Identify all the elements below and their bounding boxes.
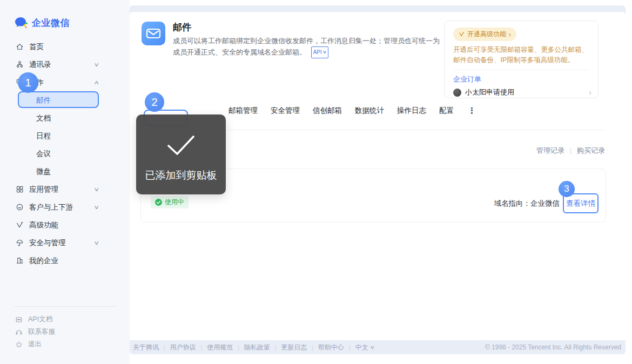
wecom-bubble-icon bbox=[14, 16, 28, 29]
sidebar-item-label: 会议 bbox=[36, 149, 51, 159]
footer-link-help-center[interactable]: 帮助中心 bbox=[318, 343, 344, 352]
sidebar-item-my-company[interactable]: 我的企业 bbox=[0, 252, 130, 269]
power-icon bbox=[15, 340, 23, 348]
sidebar-item-label: 通讯录 bbox=[29, 60, 51, 70]
tab-xinchuang-mailbox[interactable]: 信创邮箱 bbox=[313, 106, 342, 116]
sidebar-item-api-docs[interactable]: API文档 bbox=[0, 313, 130, 326]
api-doc-icon bbox=[15, 315, 23, 323]
sidebar-item-contact-support[interactable]: 联系客服 bbox=[0, 326, 130, 338]
tab-operation-log[interactable]: 操作日志 bbox=[397, 106, 426, 116]
chevron-down-icon: ∨ bbox=[93, 186, 99, 192]
toast-message: 已添加到剪贴板 bbox=[136, 168, 226, 183]
page-description-text: 成员可以将工作邮箱绑定到企业微信收发邮件，工作消息归集一处；管理员也可统一为成员… bbox=[173, 37, 440, 56]
annotation-step-1-badge: 1 bbox=[18, 72, 38, 93]
tab-data-statistics[interactable]: 数据统计 bbox=[355, 106, 384, 116]
utility-item-label: 联系客服 bbox=[28, 327, 55, 336]
api-badge[interactable]: API ∨ bbox=[311, 46, 328, 58]
wecom-admin-screen: 企业微信 首页 通讯录 ∨ 协作 ∧ bbox=[0, 0, 632, 364]
footer-link-privacy-policy[interactable]: 隐私政策 bbox=[244, 343, 270, 352]
upgrade-premium-button[interactable]: 开通高级功能 › bbox=[453, 28, 516, 41]
building-icon bbox=[15, 257, 24, 265]
sidebar-item-label: 邮件 bbox=[36, 96, 51, 105]
annotation-step-2-badge: 2 bbox=[145, 92, 164, 112]
footer-links: 关于腾讯 | 用户协议 | 使用规范 | 隐私政策 | 更新日志 | 帮助中心 … bbox=[133, 343, 374, 352]
sidebar-item-drive[interactable]: 微盘 bbox=[0, 163, 130, 180]
sidebar-item-calendar[interactable]: 日程 bbox=[0, 127, 130, 145]
premium-v-icon bbox=[15, 221, 24, 230]
more-tabs-icon[interactable]: ⋮ bbox=[468, 106, 476, 116]
link-separator: | bbox=[570, 147, 572, 154]
sidebar-item-premium-features[interactable]: 高级功能 bbox=[0, 216, 130, 234]
chat-bubble-icon bbox=[15, 203, 24, 212]
sidebar-item-label: 日程 bbox=[36, 131, 51, 141]
utility-item-label: 退出 bbox=[28, 340, 42, 349]
language-label: 中文 bbox=[355, 343, 368, 352]
sidebar: 企业微信 首页 通讯录 ∨ 协作 ∧ bbox=[0, 0, 130, 364]
premium-description: 开通后可享受无限邮箱容量、更多公共邮箱、邮件自动备份、IP限制等多项高级功能。 bbox=[453, 45, 591, 65]
sidebar-item-label: 客户与上下游 bbox=[29, 203, 73, 212]
company-orders-link[interactable]: 企业订单 bbox=[453, 75, 481, 84]
order-request-row[interactable]: 小太阳申请使用 › bbox=[453, 87, 591, 98]
copyright-text: © 1998 - 2025 Tencent Inc. All Rights Re… bbox=[485, 343, 621, 351]
org-chart-icon bbox=[15, 60, 24, 69]
status-badge: 使用中 bbox=[151, 196, 189, 208]
umbrella-icon bbox=[15, 239, 24, 247]
main-panel: 邮件 成员可以将工作邮箱绑定到企业微信收发邮件，工作消息归集一处；管理员也可统一… bbox=[130, 12, 626, 340]
sidebar-divider bbox=[14, 306, 116, 307]
footer-link-about[interactable]: 关于腾讯 bbox=[133, 343, 159, 352]
management-records-link[interactable]: 管理记录 bbox=[536, 146, 564, 156]
purchase-records-link[interactable]: 购买记录 bbox=[577, 146, 605, 156]
grid-icon bbox=[15, 185, 24, 194]
sidebar-item-logout[interactable]: 退出 bbox=[0, 338, 130, 350]
chevron-down-icon: ∨ bbox=[93, 240, 99, 246]
view-details-link[interactable]: 查看详情 bbox=[566, 199, 595, 208]
sidebar-item-mail[interactable]: 邮件 bbox=[0, 91, 130, 109]
sidebar-menu: 首页 通讯录 ∨ 协作 ∧ 邮件 文档 bbox=[0, 38, 130, 269]
status-badge-label: 使用中 bbox=[165, 198, 184, 207]
content-region: 邮件 成员可以将工作邮箱绑定到企业微信收发邮件，工作消息归集一处；管理员也可统一… bbox=[130, 5, 626, 354]
order-request-label: 小太阳申请使用 bbox=[465, 87, 585, 97]
sidebar-item-security-management[interactable]: 安全与管理 ∨ bbox=[0, 234, 130, 252]
footer-separator: | bbox=[312, 345, 313, 350]
envelope-icon bbox=[146, 28, 161, 39]
footer-link-user-agreement[interactable]: 用户协议 bbox=[170, 343, 196, 352]
footer-separator: | bbox=[201, 345, 203, 350]
sidebar-item-app-management[interactable]: 应用管理 ∨ bbox=[0, 180, 130, 198]
mail-app-tile bbox=[142, 22, 165, 45]
footer-separator: | bbox=[349, 345, 351, 350]
sidebar-item-label: 高级功能 bbox=[29, 220, 58, 230]
tab-bar: 邮箱管理 安全管理 信创邮箱 数据统计 操作日志 配置 ⋮ bbox=[228, 106, 476, 116]
tab-mailbox-management[interactable]: 邮箱管理 bbox=[228, 106, 258, 116]
footer-bar: 关于腾讯 | 用户协议 | 使用规范 | 隐私政策 | 更新日志 | 帮助中心 … bbox=[130, 340, 626, 354]
page-description: 成员可以将工作邮箱绑定到企业微信收发邮件，工作消息归集一处；管理员也可统一为成员… bbox=[173, 36, 446, 58]
clipboard-toast: 已添加到剪贴板 bbox=[136, 114, 226, 194]
check-icon bbox=[165, 134, 197, 157]
tab-settings[interactable]: 配置 bbox=[439, 106, 454, 116]
language-selector[interactable]: 中文 ∨ bbox=[355, 343, 374, 352]
records-links: 管理记录 | 购买记录 bbox=[536, 146, 605, 156]
check-circle-icon bbox=[155, 199, 162, 206]
footer-link-changelog[interactable]: 更新日志 bbox=[281, 343, 307, 352]
chevron-down-icon: ∨ bbox=[369, 345, 374, 350]
brand-logo[interactable]: 企业微信 bbox=[14, 16, 70, 29]
tab-security-management[interactable]: 安全管理 bbox=[271, 106, 300, 116]
sidebar-item-customers[interactable]: 客户与上下游 ∨ bbox=[0, 198, 130, 216]
sidebar-item-contacts[interactable]: 通讯录 ∨ bbox=[0, 56, 130, 73]
footer-link-usage-rules[interactable]: 使用规范 bbox=[207, 343, 233, 352]
sidebar-item-meeting[interactable]: 会议 bbox=[0, 145, 130, 163]
annotation-step-3-badge: 3 bbox=[559, 181, 575, 197]
sidebar-item-home[interactable]: 首页 bbox=[0, 38, 130, 56]
chevron-right-icon: › bbox=[589, 88, 591, 97]
upgrade-premium-label: 开通高级功能 bbox=[467, 30, 506, 39]
annotation-step-number: 1 bbox=[25, 77, 31, 89]
chevron-down-icon: ∨ bbox=[322, 47, 327, 58]
annotation-step-number: 2 bbox=[151, 96, 157, 109]
annotation-step-number: 3 bbox=[564, 184, 569, 194]
page-title: 邮件 bbox=[173, 21, 191, 33]
promo-divider bbox=[453, 70, 589, 70]
sidebar-item-label: 我的企业 bbox=[29, 256, 58, 266]
sidebar-item-docs[interactable]: 文档 bbox=[0, 109, 130, 127]
utility-item-label: API文档 bbox=[28, 315, 52, 324]
api-badge-label: API bbox=[313, 47, 322, 58]
sidebar-item-label: 安全与管理 bbox=[29, 238, 66, 248]
